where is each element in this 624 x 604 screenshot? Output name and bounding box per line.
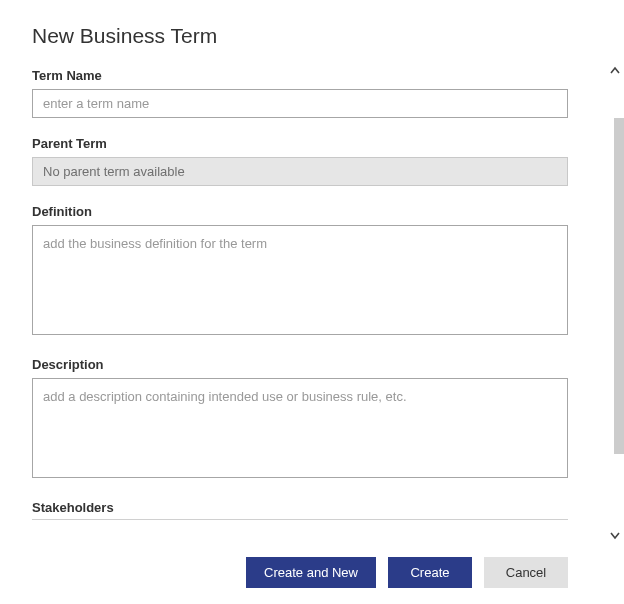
create-button[interactable]: Create [388,557,472,588]
new-business-term-panel: New Business Term Term Name Parent Term … [0,0,600,546]
term-name-input[interactable] [32,89,568,118]
description-label: Description [32,357,568,372]
scrollbar-track[interactable] [606,62,624,544]
definition-input[interactable] [32,225,568,335]
definition-label: Definition [32,204,568,219]
scroll-up-icon[interactable] [606,62,624,80]
cancel-button[interactable]: Cancel [484,557,568,588]
term-name-group: Term Name [32,68,568,118]
term-name-label: Term Name [32,68,568,83]
scrollbar-thumb[interactable] [614,118,624,454]
stakeholders-header: Stakeholders [32,500,568,520]
parent-term-group: Parent Term No parent term available [32,136,568,186]
page-title: New Business Term [32,24,568,48]
button-row: Create and New Create Cancel [0,557,600,588]
description-input[interactable] [32,378,568,478]
create-and-new-button[interactable]: Create and New [246,557,376,588]
parent-term-field: No parent term available [32,157,568,186]
scroll-down-icon[interactable] [606,526,624,544]
description-group: Description [32,357,568,482]
parent-term-label: Parent Term [32,136,568,151]
definition-group: Definition [32,204,568,339]
